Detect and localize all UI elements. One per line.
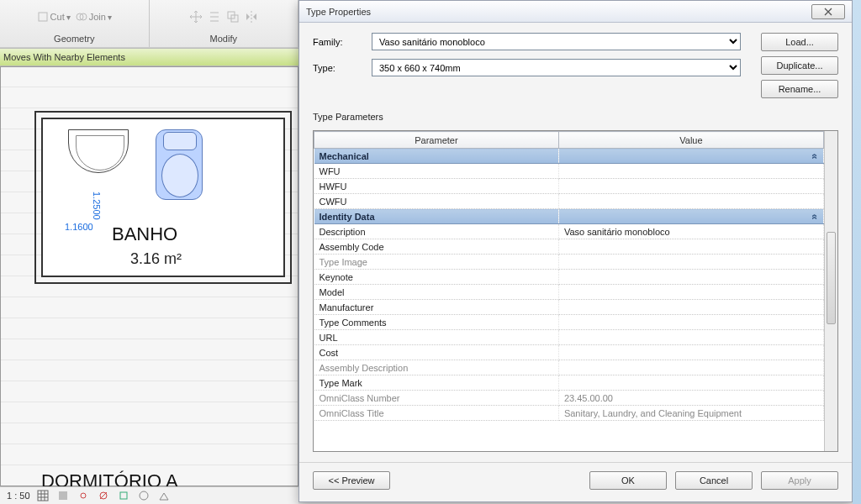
type-select[interactable]: 350 x 660 x 740mm [372, 59, 741, 76]
load-button[interactable]: Load... [761, 33, 838, 51]
row-assembly-description: Assembly Description [314, 360, 824, 375]
ribbon-panel-label-modify: Modify [210, 34, 237, 44]
desktop-background-right [853, 0, 861, 504]
close-button[interactable] [811, 4, 845, 19]
ribbon-panel-geometry: Cut ▾ Join ▾ Geometry [0, 0, 150, 47]
detail-level-icon[interactable] [37, 490, 49, 501]
column-parameter[interactable]: Parameter [314, 132, 559, 149]
options-bar-text: Moves With Nearby Elements [3, 52, 125, 62]
ribbon-panel-modify: Modify [150, 0, 299, 47]
dialog-footer: << Preview OK Cancel Apply [299, 462, 852, 501]
grid-scrollbar[interactable] [824, 131, 837, 451]
row-url: URL [314, 330, 824, 345]
category-mechanical[interactable]: Mechanical [314, 149, 824, 164]
visual-style-icon[interactable] [57, 490, 69, 501]
svg-point-7 [81, 493, 86, 498]
row-omniclass-title: OmniClass TitleSanitary, Laundry, and Cl… [314, 406, 824, 421]
row-keynote: Keynote [314, 270, 824, 285]
family-label: Family: [313, 37, 363, 47]
join-label: Join [89, 12, 106, 22]
svg-point-10 [140, 491, 148, 500]
row-omniclass-number: OmniClass Number23.45.00.00 [314, 391, 824, 406]
mirror-tool[interactable] [245, 10, 258, 24]
row-manufacturer: Manufacturer [314, 300, 824, 315]
hide-icon[interactable] [138, 490, 150, 501]
row-cost: Cost [314, 345, 824, 360]
svg-rect-5 [38, 491, 48, 501]
drawing-canvas[interactable]: 1.1600 1.2500 BANHO 3.16 m² DORMITÓRIO A [0, 66, 298, 486]
duplicate-button[interactable]: Duplicate... [761, 56, 838, 75]
row-description: DescriptionVaso sanitário monobloco [314, 224, 824, 239]
cancel-button[interactable]: Cancel [675, 471, 753, 490]
dialog-title: Type Properties [306, 7, 811, 17]
ribbon: Cut ▾ Join ▾ Geometry Modify [0, 0, 298, 48]
options-bar: Moves With Nearby Elements [0, 48, 298, 66]
join-tool[interactable]: Join ▾ [76, 11, 112, 23]
close-icon [823, 8, 833, 16]
family-select[interactable]: Vaso sanitário monobloco [372, 33, 741, 50]
row-wfu: WFU [314, 164, 824, 179]
preview-button[interactable]: << Preview [313, 471, 390, 490]
apply-button[interactable]: Apply [761, 471, 838, 490]
type-label: Type: [313, 63, 363, 73]
column-value[interactable]: Value [558, 132, 823, 149]
ribbon-panel-label-geometry: Geometry [54, 34, 94, 44]
offset-tool[interactable] [226, 10, 240, 24]
ok-button[interactable]: OK [589, 471, 667, 490]
type-parameters-grid[interactable]: Parameter Value Mechanical WFU HWFU CWFU… [314, 131, 824, 451]
reveal-icon[interactable] [158, 490, 170, 501]
row-type-image: Type Image [314, 255, 824, 270]
join-icon [76, 11, 87, 23]
svg-rect-0 [39, 13, 47, 21]
row-type-mark: Type Mark [314, 375, 824, 391]
move-icon [189, 10, 203, 24]
crop-icon[interactable] [118, 490, 129, 501]
view-control-bar: 1 : 50 [0, 486, 298, 504]
scroll-thumb[interactable] [827, 232, 836, 324]
room-area: 3.16 m² [130, 250, 182, 268]
row-model: Model [314, 285, 824, 300]
cut-icon [37, 11, 49, 23]
offset-icon [226, 10, 240, 24]
dialog-titlebar[interactable]: Type Properties [299, 1, 852, 23]
room-label[interactable]: BANHO [112, 223, 177, 245]
row-cwfu: CWFU [314, 194, 824, 209]
row-assembly-code: Assembly Code [314, 239, 824, 255]
mirror-icon [245, 10, 258, 24]
cut-tool[interactable]: Cut ▾ [37, 11, 71, 23]
scale-label[interactable]: 1 : 50 [7, 491, 30, 501]
align-tool[interactable] [208, 10, 221, 24]
align-icon [208, 10, 221, 24]
type-properties-dialog: Type Properties Family: Vaso sanitário m… [298, 0, 853, 502]
svg-rect-6 [59, 491, 67, 500]
row-type-comments: Type Comments [314, 315, 824, 330]
sink-fixture[interactable] [68, 129, 129, 173]
category-identity-data[interactable]: Identity Data [314, 209, 824, 224]
row-hwfu: HWFU [314, 179, 824, 194]
cut-label: Cut [50, 12, 65, 22]
svg-rect-9 [120, 492, 127, 499]
sun-path-icon[interactable] [77, 490, 89, 501]
toilet-fixture[interactable] [156, 129, 203, 200]
shadows-icon[interactable] [98, 490, 109, 501]
dimension-vertical[interactable]: 1.2500 [92, 192, 102, 220]
type-parameters-label: Type Parameters [313, 112, 838, 122]
dimension-horizontal[interactable]: 1.1600 [65, 222, 93, 232]
move-tool[interactable] [189, 10, 203, 24]
rename-button[interactable]: Rename... [761, 80, 838, 98]
